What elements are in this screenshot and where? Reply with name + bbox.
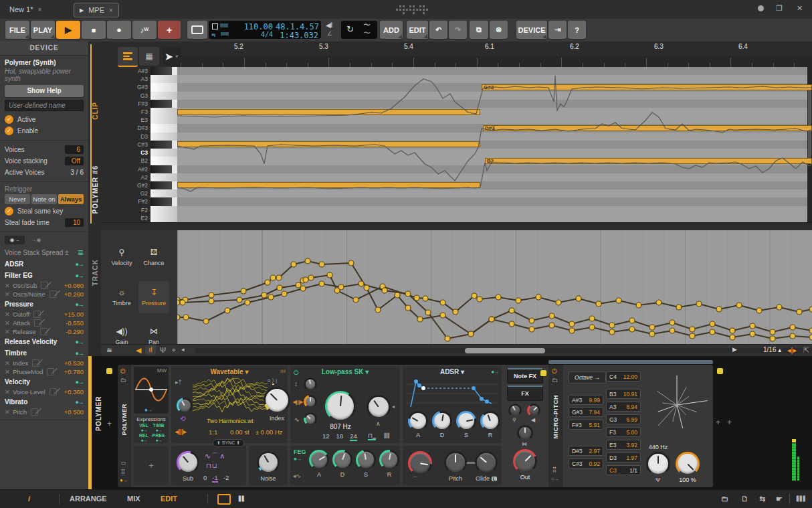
mod-curve-icon[interactable] xyxy=(40,328,47,335)
project-tab-mpe[interactable]: ▶ MPE × xyxy=(74,3,119,17)
collapse-left-icon[interactable]: ◂ xyxy=(181,346,185,353)
expression-bars-icon[interactable]: ıl xyxy=(145,345,156,355)
dual-panel-layout-icon[interactable]: ⦀⦀ xyxy=(238,495,245,503)
device-name-input[interactable]: User-defined name xyxy=(5,100,84,111)
note-value[interactable]: 9.99 xyxy=(589,397,600,404)
detune-value[interactable]: ± 0.00 Hz xyxy=(256,428,283,436)
sub-octave--2[interactable]: -2 xyxy=(223,474,229,483)
pan-tool-icon[interactable]: ⇱ xyxy=(803,346,809,355)
note-value[interactable]: 1.97 xyxy=(626,454,637,461)
close-icon[interactable]: ✕ xyxy=(797,4,803,13)
modulation-out-icon[interactable]: ●→ xyxy=(144,407,152,413)
mod-source-row[interactable]: Release Velocity●→ xyxy=(5,336,84,347)
filter-spread-icon[interactable]: ↕ xyxy=(294,380,298,388)
sub-knob[interactable] xyxy=(177,451,199,474)
adsr-knob-D[interactable] xyxy=(432,411,452,431)
remove-mod-icon[interactable]: ✕ xyxy=(5,359,10,367)
semitone-value[interactable]: 0.00 st xyxy=(230,428,249,436)
remove-mod-icon[interactable]: ✕ xyxy=(5,408,10,416)
mod-target-value[interactable]: -0.290 xyxy=(66,328,84,335)
restore-icon[interactable]: ❐ xyxy=(776,4,783,13)
mod-target-row[interactable]: ✕Osc/Sub+0.080 xyxy=(5,281,84,290)
filter-response-icon-2[interactable]: ⫼⫼ xyxy=(384,432,389,440)
note-value[interactable]: 12.00 xyxy=(623,373,637,380)
filter-harmonics-icon[interactable]: ◂|||▸ xyxy=(293,399,303,405)
piano-keys[interactable] xyxy=(150,67,177,222)
mod-curve-icon[interactable] xyxy=(31,408,38,416)
micropitch-row-D3[interactable]: D31.97 xyxy=(606,452,641,462)
piano-key-F#3[interactable] xyxy=(150,100,177,108)
remove-mod-icon[interactable]: ✕ xyxy=(5,319,10,327)
record-mode-button[interactable]: + xyxy=(158,21,181,39)
mic-stand-icon[interactable]: Ψ xyxy=(160,346,166,354)
piano-key-A#2[interactable] xyxy=(150,165,177,174)
noise-knob[interactable] xyxy=(257,451,280,474)
note-value[interactable]: 3.92 xyxy=(626,442,637,448)
expression-vel[interactable]: VEL●→ xyxy=(136,423,151,432)
micropitch-row-C3[interactable]: C31/1 xyxy=(606,465,641,475)
scroll-right-icon[interactable]: ▶ xyxy=(732,346,737,353)
browser-panel-icon[interactable]: 🗀 xyxy=(721,495,728,503)
steal-fade-value[interactable]: 10 xyxy=(65,218,84,227)
mod-target-value[interactable]: +0.500 xyxy=(64,408,84,416)
note-value[interactable]: 7.94 xyxy=(589,409,600,416)
wavetable-name[interactable]: Two Harmonics.wt xyxy=(193,418,268,424)
note-value[interactable]: 1/1 xyxy=(629,467,637,474)
rail-tab-clip[interactable]: CLIP xyxy=(92,102,99,120)
ruler-label-6.3[interactable]: 6.3 xyxy=(654,43,664,50)
piano-key-G#2[interactable] xyxy=(150,181,177,190)
inspector-row-value[interactable]: Off xyxy=(65,157,84,165)
note-grid[interactable]: G#3D#3B2 xyxy=(177,67,812,222)
sub-wave-icons-top[interactable]: ∿⌒∧ xyxy=(205,451,225,461)
resonance-knob[interactable] xyxy=(367,395,391,419)
mod-target-row[interactable]: ✕Voice Level+0.360 xyxy=(5,388,84,396)
index-knob[interactable] xyxy=(264,387,290,414)
auto-fit-icon[interactable]: ◂|▸ xyxy=(787,346,797,355)
add-track-device-button[interactable]: + xyxy=(107,419,112,428)
mod-source-row[interactable]: Pressure●→ xyxy=(5,299,84,310)
track-select-indicator[interactable] xyxy=(106,368,112,374)
loop-icon[interactable]: ↻ xyxy=(346,24,354,34)
piano-key-E2[interactable] xyxy=(150,214,177,223)
remove-mod-icon[interactable]: ✕ xyxy=(5,290,10,298)
reference-pitch-value[interactable]: 440 Hz xyxy=(645,444,672,450)
filter-type-dropdown[interactable]: Low-pass SK ▾ xyxy=(290,368,400,375)
envelope-graph[interactable] xyxy=(407,377,498,410)
wt-mode-icons[interactable]: ʀ ⟩ | xyxy=(268,377,277,384)
modulation-out-icon[interactable]: ●→ xyxy=(491,369,498,375)
help-button[interactable]: ? xyxy=(568,21,586,39)
active-checkbox-row[interactable]: ✓Active xyxy=(5,114,84,125)
single-panel-layout-icon[interactable] xyxy=(217,494,231,505)
punch-in-button[interactable]: ⇥ xyxy=(548,21,567,39)
mod-curve-icon[interactable] xyxy=(47,368,54,375)
close-tab-icon[interactable]: × xyxy=(37,6,41,13)
voice-stack-spread-row[interactable]: Voice Stack Spread ± ≣ xyxy=(5,247,84,258)
record-button[interactable]: ● xyxy=(107,21,131,39)
expression-button-velocity[interactable]: ⚲Velocity xyxy=(106,241,137,273)
delete-button[interactable]: ⊗ xyxy=(490,21,508,39)
micropitch-row-G#3[interactable]: G#37.94 xyxy=(569,407,603,417)
mod-target-value[interactable]: +0.780 xyxy=(64,368,84,375)
tempo-value[interactable]: 110.00 xyxy=(235,22,273,31)
filter-response-icon-1[interactable]: ⊓‗ xyxy=(368,432,376,440)
note-editor-view-button[interactable] xyxy=(118,47,138,67)
note-value[interactable]: 0.92 xyxy=(589,460,600,467)
chain-end-indicator[interactable] xyxy=(717,368,723,374)
note-value[interactable]: 2.97 xyxy=(589,448,600,454)
rail-tab-device[interactable]: POLYMER #6 xyxy=(92,165,99,214)
undo-button[interactable]: ↶ xyxy=(429,21,447,39)
modulation-out-icon[interactable]: ●→ xyxy=(120,477,127,483)
out-knob[interactable] xyxy=(513,449,537,473)
preset-folder-icon[interactable]: 🗀 xyxy=(120,377,126,384)
device-power-icon[interactable]: ⏻ xyxy=(120,367,126,375)
piano-key-C#3[interactable] xyxy=(150,141,177,149)
filter-env-knob[interactable] xyxy=(304,412,317,426)
mod-curve-icon[interactable] xyxy=(49,290,57,298)
mod-target-value[interactable]: +0.080 xyxy=(64,282,84,289)
mod-curve-icon[interactable] xyxy=(49,388,57,396)
mod-target-row[interactable]: ✕Index+0.530 xyxy=(5,359,84,367)
velocity-depth-knob[interactable] xyxy=(508,404,522,417)
sub-octave--1[interactable]: -1 xyxy=(212,474,217,483)
ruler-label-5.4[interactable]: 5.4 xyxy=(404,43,413,50)
cutoff-value[interactable]: 807 Hz xyxy=(321,423,360,430)
